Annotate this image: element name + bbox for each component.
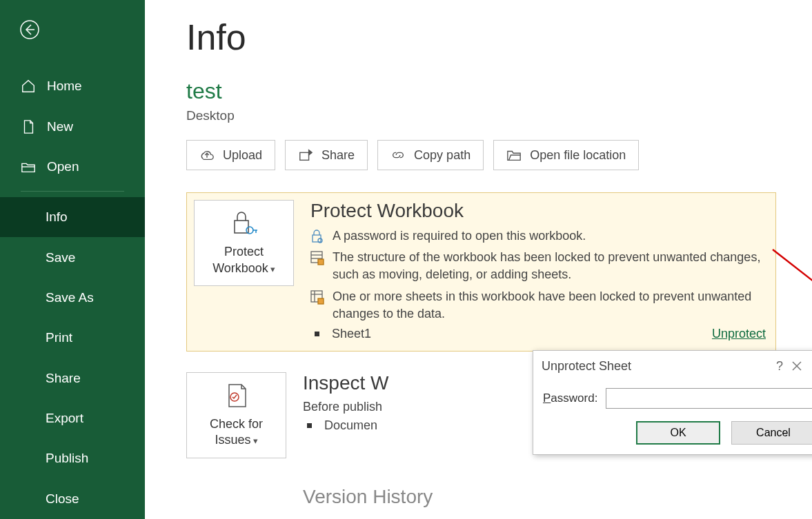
protect-workbook-section: ProtectWorkbook▾ Protect Workbook A pass… xyxy=(186,192,776,352)
bullet-icon xyxy=(315,332,319,336)
protect-line-password: A password is required to open this work… xyxy=(333,227,586,245)
sidebar-item-label: Open xyxy=(47,159,79,174)
back-button[interactable] xyxy=(19,19,40,40)
bullet-icon xyxy=(307,423,312,428)
chevron-down-icon: ▾ xyxy=(270,264,275,274)
password-label: Password: xyxy=(543,391,597,405)
sidebar-item-save[interactable]: Save xyxy=(0,237,145,277)
svg-line-15 xyxy=(773,250,812,318)
sidebar-item-home[interactable]: Home xyxy=(0,66,145,106)
inspect-bullet-label: Documen xyxy=(324,418,377,433)
ok-button[interactable]: OK xyxy=(636,421,720,445)
svg-rect-10 xyxy=(318,259,324,265)
sidebar-item-label: Home xyxy=(47,79,82,94)
action-label: Copy path xyxy=(414,148,471,163)
sidebar-item-open[interactable]: Open xyxy=(0,147,145,187)
locked-sheet-item: Sheet1 xyxy=(310,327,371,341)
sidebar-item-label: New xyxy=(47,119,73,134)
folder-open-icon xyxy=(506,147,522,163)
protect-line-sheets: One or more sheets in this workbook have… xyxy=(333,288,769,323)
page-title: Info xyxy=(186,17,812,58)
home-icon xyxy=(21,79,36,94)
share-button[interactable]: Share xyxy=(285,140,368,170)
sidebar-item-label: Info xyxy=(46,210,68,225)
backstage-sidebar: Home New Open Info Save Save As Print xyxy=(0,0,145,519)
sidebar-item-print[interactable]: Print xyxy=(0,318,145,358)
action-bar: Upload Share Copy path Open file locatio… xyxy=(186,140,812,170)
document-check-icon xyxy=(224,382,250,409)
version-history-title: Version History xyxy=(303,486,776,508)
sidebar-item-label: Close xyxy=(46,491,79,507)
structure-lock-icon xyxy=(310,250,324,265)
big-button-label: Check forIssues▾ xyxy=(210,416,263,449)
sidebar-item-export[interactable]: Export xyxy=(0,398,145,438)
svg-point-4 xyxy=(246,227,253,234)
action-label: Share xyxy=(321,148,355,163)
action-label: Upload xyxy=(223,148,262,163)
dialog-help-button[interactable]: ? xyxy=(767,359,792,374)
chevron-down-icon: ▾ xyxy=(253,436,258,446)
cancel-button[interactable]: Cancel xyxy=(731,421,812,445)
unprotect-link[interactable]: Unprotect xyxy=(712,327,766,341)
sheet-lock-icon xyxy=(310,289,324,305)
lock-key-icon xyxy=(229,210,259,237)
new-icon xyxy=(21,119,36,134)
upload-icon xyxy=(199,147,215,163)
password-input[interactable] xyxy=(606,388,812,409)
sidebar-item-label: Save xyxy=(46,250,75,265)
sidebar-item-new[interactable]: New xyxy=(0,106,145,146)
annotation-arrow xyxy=(770,247,812,329)
sidebar-item-label: Share xyxy=(46,371,81,386)
sidebar-item-publish[interactable]: Publish xyxy=(0,438,145,478)
document-location: Desktop xyxy=(186,108,812,123)
dialog-title-text: Unprotect Sheet xyxy=(542,359,631,374)
sidebar-item-label: Export xyxy=(46,411,83,426)
sidebar-item-label: Save As xyxy=(46,290,94,305)
action-label: Open file location xyxy=(530,148,626,163)
dialog-close-button[interactable] xyxy=(792,361,812,371)
protect-section-title: Protect Workbook xyxy=(310,200,769,222)
sheet-name: Sheet1 xyxy=(332,327,371,341)
protect-line-structure: The structure of the workbook has been l… xyxy=(333,249,769,283)
svg-rect-2 xyxy=(300,152,309,160)
lock-icon xyxy=(310,229,324,244)
unprotect-sheet-dialog: Unprotect Sheet ? Password: OK Cancel xyxy=(533,350,812,455)
dialog-titlebar: Unprotect Sheet ? xyxy=(533,351,812,381)
document-name: test xyxy=(186,79,812,104)
sidebar-separator xyxy=(21,191,124,192)
version-history-section: Version History xyxy=(186,486,776,513)
copy-path-button[interactable]: Copy path xyxy=(377,140,484,170)
big-button-label: ProtectWorkbook▾ xyxy=(212,244,275,276)
sidebar-item-info[interactable]: Info xyxy=(0,197,145,237)
version-history-placeholder xyxy=(186,486,286,507)
link-icon xyxy=(390,147,406,163)
share-icon xyxy=(298,147,313,163)
sidebar-item-save-as[interactable]: Save As xyxy=(0,278,145,318)
open-file-location-button[interactable]: Open file location xyxy=(493,140,639,170)
upload-button[interactable]: Upload xyxy=(186,140,275,170)
protect-workbook-button[interactable]: ProtectWorkbook▾ xyxy=(194,200,294,286)
sidebar-item-label: Print xyxy=(46,330,72,345)
open-icon xyxy=(21,159,36,174)
sidebar-item-share[interactable]: Share xyxy=(0,358,145,398)
sidebar-item-close[interactable]: Close xyxy=(0,479,145,519)
svg-rect-14 xyxy=(318,298,324,304)
main-pane: Info test Desktop Upload Share Copy pat xyxy=(145,0,812,519)
sidebar-item-label: Publish xyxy=(46,451,88,466)
check-for-issues-button[interactable]: Check forIssues▾ xyxy=(186,372,286,458)
